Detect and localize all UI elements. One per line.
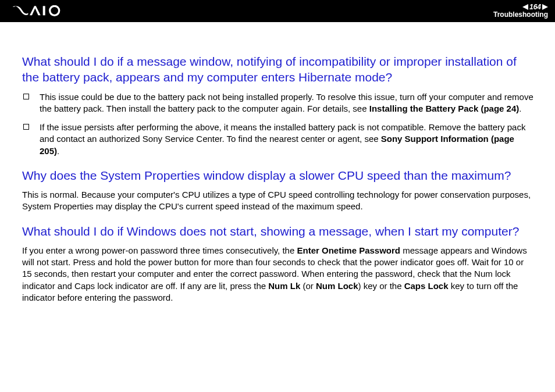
svg-point-1: [50, 6, 59, 15]
vaio-logo: [12, 5, 76, 17]
bullet-text: If the issue persists after performing t…: [40, 122, 535, 157]
question-1-bullets: This issue could be due to the battery p…: [22, 91, 535, 157]
question-3-paragraph: If you enter a wrong power-on password t…: [22, 245, 535, 304]
question-3-heading: What should I do if Windows does not sta…: [22, 223, 535, 239]
question-2-paragraph: This is normal. Because your computer's …: [22, 189, 535, 213]
question-1-heading: What should I do if a message window, no…: [22, 54, 535, 85]
svg-rect-0: [43, 6, 45, 15]
bullet-icon: [23, 94, 29, 99]
page-header: 164 Troubleshooting: [0, 0, 555, 22]
list-item: This issue could be due to the battery p…: [22, 91, 535, 115]
bullet-icon: [23, 124, 29, 130]
list-item: If the issue persists after performing t…: [22, 122, 535, 157]
page-content: What should I do if a message window, no…: [0, 22, 555, 321]
bullet-text: This issue could be due to the battery p…: [40, 91, 535, 115]
prev-page-icon[interactable]: [522, 4, 528, 10]
section-label: Troubleshooting: [493, 11, 548, 19]
question-2-heading: Why does the System Properties window di…: [22, 168, 535, 183]
next-page-icon[interactable]: [542, 4, 548, 10]
header-right: 164 Troubleshooting: [493, 3, 548, 19]
